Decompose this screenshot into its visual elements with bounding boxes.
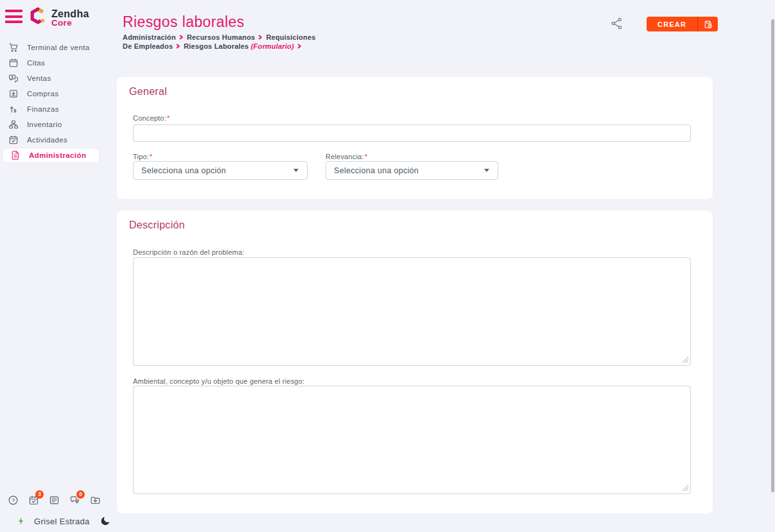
- sales-chat-icon: $: [8, 73, 19, 83]
- chevron-right-icon: [258, 33, 263, 42]
- calendar-icon: [8, 58, 19, 68]
- user-name[interactable]: Grisel Estrada: [34, 517, 90, 526]
- calendar-tasks-icon[interactable]: 3: [28, 495, 39, 506]
- chat-icon[interactable]: 0: [69, 495, 80, 506]
- cart-icon: [8, 42, 19, 53]
- breadcrumb-form-suffix: (Formulario): [251, 42, 294, 50]
- chat-badge: 0: [76, 490, 85, 499]
- sidebar-item-label: Administración: [29, 151, 86, 159]
- relevancia-label: Relevancia:*: [326, 153, 367, 160]
- app-root: Zendha Core Terminal de venta Citas: [0, 0, 775, 532]
- sidebar-item-administracion[interactable]: Administración: [2, 148, 100, 163]
- zendha-logo-icon: [28, 7, 48, 25]
- breadcrumb-item[interactable]: Riesgos Laborales: [184, 42, 248, 50]
- sidebar-item-label: Actividades: [27, 136, 67, 144]
- caret-down-icon: [484, 169, 489, 172]
- sidebar-menu: Terminal de venta Citas $ Vent: [0, 40, 117, 163]
- sidebar-item-actividades[interactable]: Actividades: [0, 132, 117, 148]
- concepto-input[interactable]: [133, 124, 691, 142]
- sitemap-icon: [8, 119, 19, 130]
- hamburger-icon[interactable]: [5, 10, 22, 23]
- create-button[interactable]: CREAR: [647, 17, 697, 31]
- breadcrumb-item[interactable]: Recursos Humanos: [187, 33, 256, 41]
- sidebar-item-compras[interactable]: Compras: [0, 86, 117, 101]
- dark-mode-icon[interactable]: [100, 515, 111, 527]
- required-mark: *: [365, 153, 367, 160]
- concepto-label: Concepto:*: [133, 114, 170, 122]
- sidebar-item-label: Ventas: [27, 74, 51, 82]
- document-icon: [10, 150, 21, 160]
- problema-textarea[interactable]: [133, 257, 691, 366]
- problema-textarea-wrap: [133, 257, 691, 366]
- sidebar-item-inventario[interactable]: Inventario: [0, 117, 117, 132]
- breadcrumb-item[interactable]: Administración: [123, 33, 176, 41]
- tipo-label: Tipo:*: [133, 153, 153, 160]
- relevancia-select[interactable]: Selecciona una opción: [326, 161, 498, 180]
- tasks-badge: 3: [35, 490, 44, 499]
- sidebar-item-label: Inventario: [27, 121, 62, 128]
- ambiental-label: Ambiental, concepto y/u objeto que gener…: [133, 377, 304, 385]
- required-mark: *: [167, 114, 170, 122]
- lightning-icon: [17, 516, 26, 527]
- folder-gear-icon[interactable]: [89, 495, 101, 506]
- caret-down-icon: [293, 169, 299, 172]
- svg-text:?: ?: [12, 497, 15, 503]
- save-history-icon[interactable]: [698, 17, 718, 31]
- breadcrumb: AdministraciónRecursos HumanosRequisicio…: [123, 33, 324, 51]
- sidebar-item-label: Citas: [27, 59, 45, 67]
- create-split-button[interactable]: CREAR: [647, 17, 718, 31]
- calendar-check-icon: [8, 135, 19, 145]
- sidebar-item-label: Finanzas: [27, 105, 59, 113]
- chevron-right-icon: [176, 42, 180, 51]
- download-tray-icon: [8, 89, 19, 99]
- section-title-general: General: [129, 86, 167, 98]
- vertical-scrollbar[interactable]: [771, 19, 774, 492]
- select-placeholder: Selecciona una opción: [334, 166, 419, 175]
- finance-arrow-icon: $: [8, 104, 19, 114]
- ambiental-textarea-wrap: [133, 386, 691, 494]
- share-icon[interactable]: [609, 17, 624, 32]
- list-icon[interactable]: [48, 495, 60, 506]
- sidebar-item-citas[interactable]: Citas: [0, 55, 117, 71]
- resize-grip-icon[interactable]: [682, 485, 689, 492]
- resize-grip-icon[interactable]: [682, 356, 689, 363]
- sidebar-item-label: Terminal de venta: [27, 44, 90, 51]
- sidebar-item-ventas[interactable]: $ Ventas: [0, 71, 117, 86]
- brand-product: Core: [51, 18, 72, 28]
- required-mark: *: [150, 153, 152, 160]
- select-placeholder: Selecciona una opción: [141, 166, 226, 175]
- tipo-select[interactable]: Selecciona una opción: [133, 161, 308, 180]
- chevron-right-icon: [297, 42, 302, 51]
- svg-text:$: $: [13, 108, 16, 114]
- sidebar-item-terminal-de-venta[interactable]: Terminal de venta: [0, 40, 117, 55]
- section-title-descripcion: Descripción: [129, 219, 185, 231]
- sidebar: Zendha Core Terminal de venta Citas: [0, 0, 117, 532]
- general-section: General Concepto:* Tipo:* Selecciona una…: [117, 77, 713, 199]
- descripcion-section: Descripción Descripción o razón del prob…: [117, 210, 713, 513]
- sidebar-utility-bar: ? 3 0: [7, 495, 101, 506]
- svg-text:$: $: [12, 75, 13, 79]
- sidebar-item-label: Compras: [27, 90, 58, 98]
- user-row: Grisel Estrada: [17, 515, 111, 527]
- problema-label: Descripción o razón del problema:: [133, 248, 245, 256]
- page-title: Riesgos laborales: [123, 13, 245, 31]
- ambiental-textarea[interactable]: [133, 386, 691, 494]
- sidebar-item-finanzas[interactable]: $ Finanzas: [0, 101, 117, 117]
- help-icon[interactable]: ?: [7, 495, 19, 506]
- chevron-right-icon: [179, 33, 184, 42]
